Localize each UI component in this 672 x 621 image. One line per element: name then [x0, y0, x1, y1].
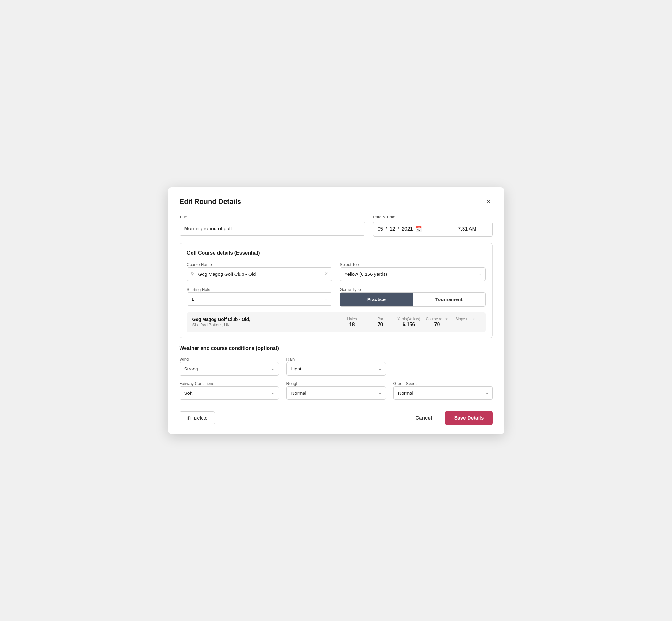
tournament-button[interactable]: Tournament [413, 292, 485, 306]
yards-value: 6,156 [402, 322, 415, 328]
fairway-wrap: DryNormal SoftWet ⌄ [179, 386, 279, 400]
game-type-group: Game Type Practice Tournament [340, 287, 486, 307]
course-name-input[interactable] [187, 267, 333, 281]
game-type-label: Game Type [340, 287, 361, 292]
course-info-location: Shelford Bottom, UK [193, 323, 338, 327]
starting-hole-select[interactable]: 123 456 [187, 292, 333, 306]
weather-title: Weather and course conditions (optional) [179, 345, 493, 351]
date-day: 12 [390, 226, 395, 232]
footer-right: Cancel Save Details [410, 411, 493, 425]
fairway-label: Fairway Conditions [179, 381, 214, 386]
holes-value: 18 [349, 322, 355, 328]
fairway-rough-green-row: Fairway Conditions DryNormal SoftWet ⌄ R… [179, 380, 493, 400]
top-fields: Title Date & Time 05 / 12 / 2021 📅 7:31 … [179, 215, 493, 237]
green-speed-label: Green Speed [393, 381, 418, 386]
course-rating-stat: Course rating 70 [423, 317, 452, 328]
wind-group: Wind CalmLightModerate StrongVery Strong… [179, 356, 279, 375]
rough-select[interactable]: ShortNormal LongVery Long [287, 386, 386, 400]
rough-wrap: ShortNormal LongVery Long ⌄ [287, 386, 386, 400]
rain-label: Rain [287, 357, 295, 362]
save-details-button[interactable]: Save Details [445, 411, 493, 425]
course-info-row: Gog Magog Golf Club - Old, Shelford Bott… [187, 313, 486, 332]
date-time-row: 05 / 12 / 2021 📅 7:31 AM [373, 222, 493, 237]
rough-group: Rough ShortNormal LongVery Long ⌄ [287, 380, 386, 400]
search-icon: ⚲ [191, 271, 194, 277]
delete-label: Delete [194, 415, 208, 421]
date-time-label: Date & Time [373, 215, 493, 219]
course-info-name: Gog Magog Golf Club - Old, [193, 317, 338, 322]
edit-round-modal: Edit Round Details × Title Date & Time 0… [168, 188, 504, 434]
time-value: 7:31 AM [458, 226, 476, 232]
date-sep1: / [385, 226, 387, 232]
rough-label: Rough [287, 381, 298, 386]
course-search-wrap: ⚲ ✕ [187, 267, 333, 281]
fairway-select[interactable]: DryNormal SoftWet [179, 386, 279, 400]
practice-button[interactable]: Practice [340, 292, 413, 306]
select-tee-group: Select Tee Yellow (6,156 yards) White Re… [340, 261, 486, 281]
title-label: Title [179, 215, 365, 219]
date-month: 05 [378, 226, 383, 232]
select-tee-label: Select Tee [340, 262, 359, 267]
golf-course-section: Golf Course details (Essential) Course N… [179, 243, 493, 338]
holes-label: Holes [347, 317, 357, 321]
slope-rating-label: Slope rating [455, 317, 475, 321]
starting-hole-group: Starting Hole 123 456 ⌄ [187, 287, 333, 307]
date-part[interactable]: 05 / 12 / 2021 📅 [373, 222, 442, 236]
fairway-group: Fairway Conditions DryNormal SoftWet ⌄ [179, 380, 279, 400]
cancel-button[interactable]: Cancel [410, 412, 437, 424]
green-speed-wrap: SlowNormal FastVery Fast ⌄ [393, 386, 493, 400]
course-rating-value: 70 [434, 322, 440, 328]
rain-wrap: NoneLight ModerateHeavy ⌄ [287, 362, 386, 375]
modal-header: Edit Round Details × [179, 198, 493, 206]
date-time-field-group: Date & Time 05 / 12 / 2021 📅 7:31 AM [373, 215, 493, 237]
close-button[interactable]: × [485, 198, 493, 206]
green-speed-group: Green Speed SlowNormal FastVery Fast ⌄ [393, 380, 493, 400]
wind-select[interactable]: CalmLightModerate StrongVery Strong [179, 362, 279, 375]
course-name-group: Course Name ⚲ ✕ [187, 261, 333, 281]
delete-button[interactable]: 🗑 Delete [179, 411, 215, 424]
hole-gametype-row: Starting Hole 123 456 ⌄ Game Type Practi… [187, 287, 486, 307]
green-speed-select[interactable]: SlowNormal FastVery Fast [393, 386, 493, 400]
trash-icon: 🗑 [187, 415, 192, 421]
slope-rating-value: - [465, 322, 466, 328]
yards-label: Yards(Yellow) [397, 317, 420, 321]
title-input[interactable] [179, 222, 365, 236]
time-part[interactable]: 7:31 AM [442, 222, 493, 236]
course-name-tee-row: Course Name ⚲ ✕ Select Tee Yellow (6,156… [187, 261, 486, 281]
select-tee-select[interactable]: Yellow (6,156 yards) White Red Blue [340, 267, 486, 281]
date-year: 2021 [402, 226, 413, 232]
starting-hole-label: Starting Hole [187, 287, 210, 292]
date-sep2: / [398, 226, 399, 232]
title-field-group: Title [179, 215, 365, 237]
rain-group: Rain NoneLight ModerateHeavy ⌄ [287, 356, 386, 375]
course-par-stat: Par 70 [366, 317, 395, 328]
modal-title: Edit Round Details [179, 198, 241, 206]
footer-row: 🗑 Delete Cancel Save Details [179, 406, 493, 425]
wind-label: Wind [179, 357, 189, 362]
course-yards-stat: Yards(Yellow) 6,156 [395, 317, 423, 328]
course-holes-stat: Holes 18 [338, 317, 366, 328]
golf-course-section-title: Golf Course details (Essential) [187, 250, 486, 256]
course-name-label: Course Name [187, 262, 212, 267]
wind-rain-row: Wind CalmLightModerate StrongVery Strong… [179, 356, 493, 375]
par-value: 70 [378, 322, 383, 328]
course-info-name-group: Gog Magog Golf Club - Old, Shelford Bott… [193, 317, 338, 327]
weather-section: Weather and course conditions (optional)… [179, 345, 493, 400]
wind-wrap: CalmLightModerate StrongVery Strong ⌄ [179, 362, 279, 375]
starting-hole-wrap: 123 456 ⌄ [187, 292, 333, 306]
calendar-icon: 📅 [416, 226, 422, 233]
course-rating-label: Course rating [426, 317, 448, 321]
select-tee-wrap: Yellow (6,156 yards) White Red Blue ⌄ [340, 267, 486, 281]
par-label: Par [377, 317, 383, 321]
rain-select[interactable]: NoneLight ModerateHeavy [287, 362, 386, 375]
game-type-toggle: Practice Tournament [340, 292, 486, 307]
slope-rating-stat: Slope rating - [452, 317, 480, 328]
clear-icon[interactable]: ✕ [324, 271, 328, 277]
